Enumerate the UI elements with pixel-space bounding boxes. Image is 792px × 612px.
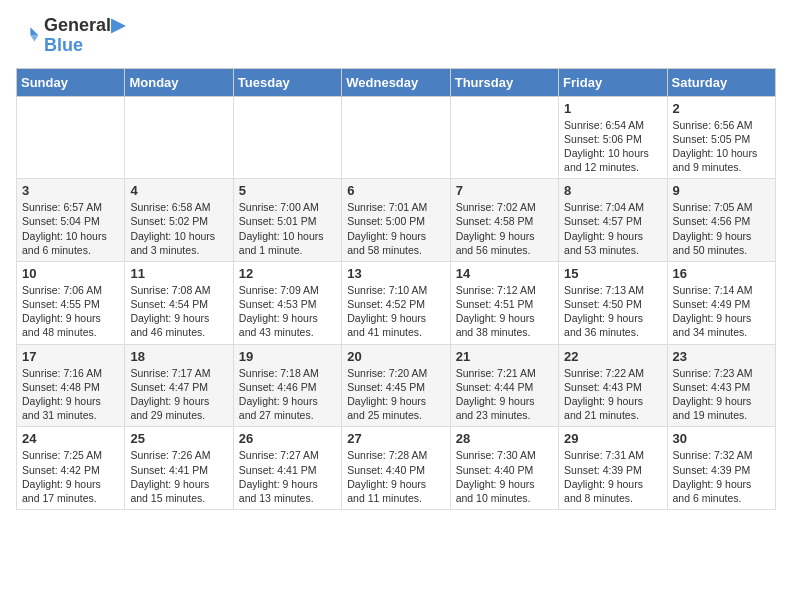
calendar-cell: 27Sunrise: 7:28 AM Sunset: 4:40 PM Dayli… [342,427,450,510]
day-number: 22 [564,349,661,364]
calendar-week-row: 3Sunrise: 6:57 AM Sunset: 5:04 PM Daylig… [17,179,776,262]
calendar-cell: 16Sunrise: 7:14 AM Sunset: 4:49 PM Dayli… [667,261,775,344]
day-info: Sunrise: 7:28 AM Sunset: 4:40 PM Dayligh… [347,448,444,505]
weekday-header: Friday [559,68,667,96]
day-info: Sunrise: 7:12 AM Sunset: 4:51 PM Dayligh… [456,283,553,340]
calendar-cell: 18Sunrise: 7:17 AM Sunset: 4:47 PM Dayli… [125,344,233,427]
day-info: Sunrise: 7:14 AM Sunset: 4:49 PM Dayligh… [673,283,770,340]
day-number: 19 [239,349,336,364]
calendar-cell: 13Sunrise: 7:10 AM Sunset: 4:52 PM Dayli… [342,261,450,344]
day-info: Sunrise: 7:27 AM Sunset: 4:41 PM Dayligh… [239,448,336,505]
day-info: Sunrise: 7:17 AM Sunset: 4:47 PM Dayligh… [130,366,227,423]
calendar-cell: 9Sunrise: 7:05 AM Sunset: 4:56 PM Daylig… [667,179,775,262]
weekday-header: Monday [125,68,233,96]
calendar-week-row: 24Sunrise: 7:25 AM Sunset: 4:42 PM Dayli… [17,427,776,510]
calendar-cell: 25Sunrise: 7:26 AM Sunset: 4:41 PM Dayli… [125,427,233,510]
calendar-cell: 20Sunrise: 7:20 AM Sunset: 4:45 PM Dayli… [342,344,450,427]
calendar-cell: 19Sunrise: 7:18 AM Sunset: 4:46 PM Dayli… [233,344,341,427]
day-number: 30 [673,431,770,446]
day-info: Sunrise: 7:02 AM Sunset: 4:58 PM Dayligh… [456,200,553,257]
calendar-cell: 26Sunrise: 7:27 AM Sunset: 4:41 PM Dayli… [233,427,341,510]
weekday-header: Saturday [667,68,775,96]
day-number: 6 [347,183,444,198]
calendar-cell: 11Sunrise: 7:08 AM Sunset: 4:54 PM Dayli… [125,261,233,344]
day-number: 29 [564,431,661,446]
calendar-cell: 29Sunrise: 7:31 AM Sunset: 4:39 PM Dayli… [559,427,667,510]
weekday-header: Wednesday [342,68,450,96]
calendar-cell: 15Sunrise: 7:13 AM Sunset: 4:50 PM Dayli… [559,261,667,344]
day-info: Sunrise: 6:54 AM Sunset: 5:06 PM Dayligh… [564,118,661,175]
day-number: 25 [130,431,227,446]
calendar-cell [233,96,341,179]
day-number: 21 [456,349,553,364]
day-number: 27 [347,431,444,446]
day-info: Sunrise: 7:25 AM Sunset: 4:42 PM Dayligh… [22,448,119,505]
calendar-cell: 2Sunrise: 6:56 AM Sunset: 5:05 PM Daylig… [667,96,775,179]
calendar-cell: 5Sunrise: 7:00 AM Sunset: 5:01 PM Daylig… [233,179,341,262]
calendar-cell: 10Sunrise: 7:06 AM Sunset: 4:55 PM Dayli… [17,261,125,344]
calendar-cell: 30Sunrise: 7:32 AM Sunset: 4:39 PM Dayli… [667,427,775,510]
day-info: Sunrise: 7:20 AM Sunset: 4:45 PM Dayligh… [347,366,444,423]
calendar-table: SundayMondayTuesdayWednesdayThursdayFrid… [16,68,776,510]
calendar-header-row: SundayMondayTuesdayWednesdayThursdayFrid… [17,68,776,96]
day-number: 9 [673,183,770,198]
day-number: 14 [456,266,553,281]
day-number: 16 [673,266,770,281]
calendar-cell: 1Sunrise: 6:54 AM Sunset: 5:06 PM Daylig… [559,96,667,179]
day-number: 13 [347,266,444,281]
day-number: 11 [130,266,227,281]
day-info: Sunrise: 7:31 AM Sunset: 4:39 PM Dayligh… [564,448,661,505]
calendar-cell: 23Sunrise: 7:23 AM Sunset: 4:43 PM Dayli… [667,344,775,427]
calendar-cell: 4Sunrise: 6:58 AM Sunset: 5:02 PM Daylig… [125,179,233,262]
day-number: 23 [673,349,770,364]
calendar-cell [17,96,125,179]
calendar-cell [342,96,450,179]
day-number: 26 [239,431,336,446]
day-info: Sunrise: 7:09 AM Sunset: 4:53 PM Dayligh… [239,283,336,340]
calendar-week-row: 17Sunrise: 7:16 AM Sunset: 4:48 PM Dayli… [17,344,776,427]
day-number: 10 [22,266,119,281]
logo: General▶ Blue [16,16,125,56]
day-number: 2 [673,101,770,116]
calendar-cell: 8Sunrise: 7:04 AM Sunset: 4:57 PM Daylig… [559,179,667,262]
calendar-cell: 17Sunrise: 7:16 AM Sunset: 4:48 PM Dayli… [17,344,125,427]
calendar-cell: 12Sunrise: 7:09 AM Sunset: 4:53 PM Dayli… [233,261,341,344]
day-info: Sunrise: 7:23 AM Sunset: 4:43 PM Dayligh… [673,366,770,423]
page-header: General▶ Blue [16,16,776,56]
day-number: 7 [456,183,553,198]
day-info: Sunrise: 7:08 AM Sunset: 4:54 PM Dayligh… [130,283,227,340]
day-info: Sunrise: 7:05 AM Sunset: 4:56 PM Dayligh… [673,200,770,257]
day-info: Sunrise: 7:26 AM Sunset: 4:41 PM Dayligh… [130,448,227,505]
day-info: Sunrise: 7:00 AM Sunset: 5:01 PM Dayligh… [239,200,336,257]
calendar-cell: 24Sunrise: 7:25 AM Sunset: 4:42 PM Dayli… [17,427,125,510]
day-info: Sunrise: 7:21 AM Sunset: 4:44 PM Dayligh… [456,366,553,423]
weekday-header: Sunday [17,68,125,96]
day-info: Sunrise: 7:10 AM Sunset: 4:52 PM Dayligh… [347,283,444,340]
day-number: 15 [564,266,661,281]
day-number: 3 [22,183,119,198]
day-info: Sunrise: 6:58 AM Sunset: 5:02 PM Dayligh… [130,200,227,257]
day-info: Sunrise: 7:01 AM Sunset: 5:00 PM Dayligh… [347,200,444,257]
day-info: Sunrise: 7:13 AM Sunset: 4:50 PM Dayligh… [564,283,661,340]
day-number: 8 [564,183,661,198]
calendar-cell: 28Sunrise: 7:30 AM Sunset: 4:40 PM Dayli… [450,427,558,510]
logo-text: General▶ Blue [44,16,125,56]
day-info: Sunrise: 7:06 AM Sunset: 4:55 PM Dayligh… [22,283,119,340]
day-info: Sunrise: 7:22 AM Sunset: 4:43 PM Dayligh… [564,366,661,423]
calendar-cell: 14Sunrise: 7:12 AM Sunset: 4:51 PM Dayli… [450,261,558,344]
calendar-cell [125,96,233,179]
weekday-header: Tuesday [233,68,341,96]
day-number: 4 [130,183,227,198]
day-number: 12 [239,266,336,281]
day-info: Sunrise: 7:16 AM Sunset: 4:48 PM Dayligh… [22,366,119,423]
logo-icon [16,24,40,48]
calendar-week-row: 10Sunrise: 7:06 AM Sunset: 4:55 PM Dayli… [17,261,776,344]
day-number: 24 [22,431,119,446]
day-number: 20 [347,349,444,364]
calendar-cell: 3Sunrise: 6:57 AM Sunset: 5:04 PM Daylig… [17,179,125,262]
weekday-header: Thursday [450,68,558,96]
day-number: 28 [456,431,553,446]
day-info: Sunrise: 6:57 AM Sunset: 5:04 PM Dayligh… [22,200,119,257]
calendar-cell [450,96,558,179]
day-info: Sunrise: 7:18 AM Sunset: 4:46 PM Dayligh… [239,366,336,423]
